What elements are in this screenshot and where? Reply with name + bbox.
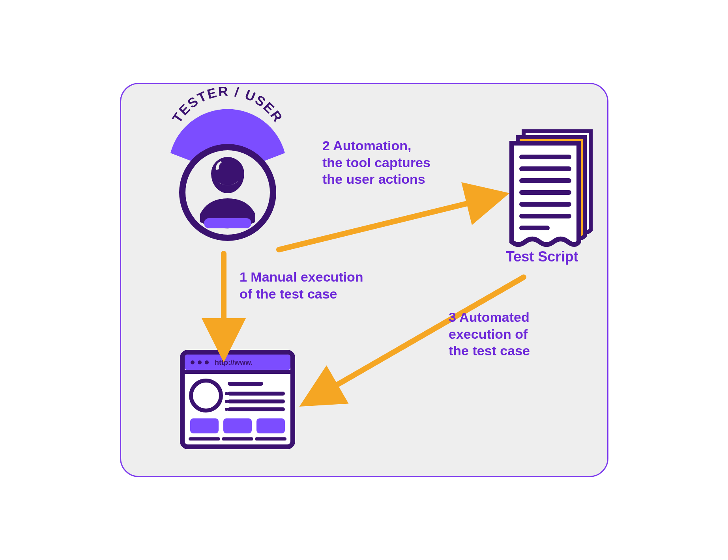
diagram-frame: TESTER / USER bbox=[120, 83, 608, 477]
tester-user-node: TESTER / USER bbox=[169, 83, 286, 238]
arrow-automation-capture bbox=[279, 198, 488, 250]
svg-rect-23 bbox=[223, 418, 252, 433]
svg-rect-24 bbox=[256, 418, 285, 433]
webapp-node: http://www. bbox=[182, 352, 293, 447]
document-stack-icon bbox=[512, 131, 591, 245]
step-1-label: 1 Manual execution of the test case bbox=[240, 269, 363, 302]
step-2-label: 2 Automation, the tool captures the user… bbox=[322, 137, 430, 188]
svg-rect-22 bbox=[190, 418, 219, 433]
svg-point-11 bbox=[198, 360, 202, 364]
step-3-label: 3 Automated execution of the test case bbox=[449, 309, 530, 359]
svg-point-10 bbox=[191, 360, 195, 364]
test-script-caption: Test Script bbox=[506, 248, 578, 265]
svg-point-12 bbox=[205, 360, 209, 364]
svg-point-20 bbox=[225, 400, 228, 403]
browser-url-text: http://www. bbox=[215, 358, 253, 366]
svg-point-19 bbox=[225, 392, 228, 395]
svg-point-21 bbox=[225, 408, 228, 411]
browser-window-icon: http://www. bbox=[182, 352, 293, 447]
svg-rect-0 bbox=[204, 218, 251, 228]
test-script-node bbox=[512, 131, 591, 245]
